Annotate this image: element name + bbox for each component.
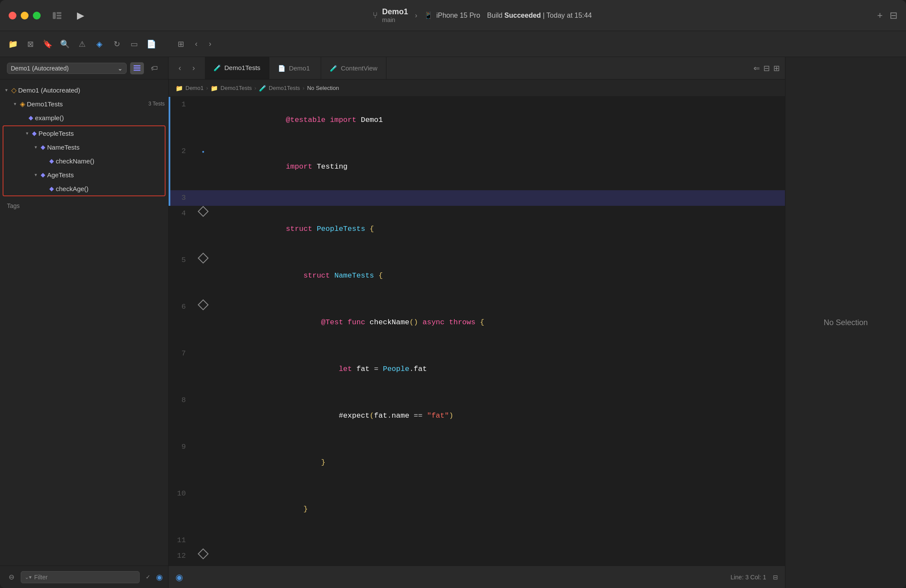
- bookmark-icon[interactable]: 🔖: [41, 38, 54, 50]
- sidebar-footer: ⊖ ⌄▾ Filter ✓ ◉: [0, 566, 168, 588]
- chevron-icon: ▾: [12, 101, 18, 107]
- sidebar-header: Demo1 (Autocreated) ⌄ 🏷: [0, 57, 168, 80]
- nav-forward-button[interactable]: ›: [188, 62, 200, 74]
- list-view-button[interactable]: [130, 62, 144, 74]
- breadcrumb-icon: 📁: [175, 85, 183, 92]
- code-line-3: 3: [169, 190, 785, 206]
- forward-icon[interactable]: ›: [204, 38, 216, 50]
- device-info[interactable]: 📱 iPhone 15 Pro: [424, 11, 480, 19]
- no-selection-label: No Selection: [823, 318, 868, 327]
- layout-icon[interactable]: ⊟: [890, 10, 897, 21]
- line-body: [212, 533, 785, 548]
- chevron-icon: ▾: [33, 172, 39, 178]
- line-gutter: [195, 97, 212, 144]
- tree-item-peopletests[interactable]: ▾ ◆ PeopleTests: [3, 126, 165, 140]
- doc-icon[interactable]: 📄: [145, 38, 157, 50]
- tab-demo1[interactable]: 📄 Demo1: [269, 57, 321, 79]
- line-gutter: [195, 533, 212, 548]
- code-line-8: 8 #expect(fat.name == "fat"): [169, 393, 785, 439]
- search-icon[interactable]: 🔍: [59, 38, 71, 50]
- tab-demo1tests[interactable]: 🧪 Demo1Tests: [205, 57, 269, 79]
- tree-label: Demo1 (Autocreated): [18, 86, 165, 94]
- scheme-branch: main: [382, 16, 408, 23]
- tag-button[interactable]: 🏷: [147, 62, 161, 74]
- line-body: @testable import Demo1: [212, 97, 785, 144]
- add-icon[interactable]: +: [877, 10, 883, 21]
- build-status: Build Succeeded | Today at 15:44: [487, 12, 592, 19]
- split-left-icon[interactable]: ⇐: [753, 64, 760, 73]
- line-body: @Test func checkName() async throws {: [212, 299, 785, 346]
- back-icon[interactable]: ‹: [190, 38, 202, 50]
- line-number: 8: [169, 393, 195, 439]
- chevron-icon: ▾: [33, 144, 39, 150]
- line-gutter: [195, 486, 212, 533]
- editor: ‹ › 🧪 Demo1Tests 📄 Demo1 🧪 ContentView: [169, 57, 785, 588]
- code-line-11: 11: [169, 533, 785, 548]
- x-square-icon[interactable]: ⊠: [24, 38, 36, 50]
- code-table: 1 @testable import Demo1 2: [169, 97, 785, 566]
- titlebar: ▶ ⑂ Demo1 main › 📱 iPhone 15 Pro Build S…: [0, 0, 906, 31]
- line-number: 5: [169, 252, 195, 299]
- tab-label: Demo1Tests: [224, 64, 260, 71]
- editor-layout-icon[interactable]: ⊟: [763, 64, 770, 73]
- sidebar-collapse-button[interactable]: ⊖: [5, 571, 17, 583]
- zoom-button[interactable]: [33, 12, 41, 19]
- line-body: struct AgeTests {: [212, 548, 785, 566]
- inspector-icon[interactable]: ⊞: [773, 64, 780, 73]
- filter-confirm-button[interactable]: ✓: [143, 572, 153, 582]
- tree-item-agetests[interactable]: ▾ ◆ AgeTests: [3, 168, 165, 182]
- tree-item-checkname[interactable]: ◆ checkName(): [3, 154, 165, 168]
- close-button[interactable]: [9, 12, 16, 19]
- separator-1: ›: [415, 12, 417, 19]
- peopletests-icon: ◆: [32, 130, 37, 137]
- tree-label: PeopleTests: [38, 130, 161, 137]
- code-line-10: 10 }: [169, 486, 785, 533]
- file-tree: ▾ ◇ Demo1 (Autocreated) ▾ ◈ Demo1Tests 3…: [0, 80, 168, 566]
- diamond-active-icon[interactable]: ◈: [93, 38, 105, 50]
- device-name: iPhone 15 Pro: [436, 12, 480, 19]
- code-area[interactable]: 1 @testable import Demo1 2: [169, 97, 785, 566]
- line-body: struct NameTests {: [212, 252, 785, 299]
- tree-item-nametests[interactable]: ▾ ◆ NameTests: [3, 140, 165, 154]
- breadcrumb-demo1[interactable]: Demo1: [185, 85, 204, 91]
- line-gutter: [195, 206, 212, 252]
- tree-item-demo1tests[interactable]: ▾ ◈ Demo1Tests 3 Tests: [0, 97, 168, 111]
- tab-bar-right: ⇐ ⊟ ⊞: [748, 57, 785, 79]
- sidebar-toggle-button[interactable]: [49, 10, 65, 22]
- layout-expand-icon[interactable]: ⊟: [773, 574, 778, 581]
- tree-item-checkage[interactable]: ◆ checkAge(): [3, 182, 165, 195]
- filter-options-icon[interactable]: ◉: [156, 572, 163, 582]
- demo1tests-icon: ◈: [20, 100, 25, 108]
- tree-item-demo1[interactable]: ▾ ◇ Demo1 (Autocreated): [0, 83, 168, 97]
- main-window: ▶ ⑂ Demo1 main › 📱 iPhone 15 Pro Build S…: [0, 0, 906, 588]
- line-body: struct PeopleTests {: [212, 206, 785, 252]
- test-count-badge: 3 Tests: [148, 101, 165, 107]
- line-number: 9: [169, 439, 195, 486]
- sidebar: Demo1 (Autocreated) ⌄ 🏷 ▾ ◇: [0, 57, 169, 588]
- traffic-lights: [9, 12, 41, 19]
- tree-label: example(): [35, 114, 165, 121]
- breadcrumb-demo1tests-folder[interactable]: Demo1Tests: [220, 85, 252, 91]
- inspector-panel: No Selection: [785, 57, 906, 588]
- run-button[interactable]: ▶: [73, 9, 87, 22]
- tree-label: Demo1Tests: [27, 100, 145, 108]
- scope-selector[interactable]: Demo1 (Autocreated) ⌄: [7, 63, 127, 74]
- line-number: 12: [169, 548, 195, 566]
- main-content: Demo1 (Autocreated) ⌄ 🏷 ▾ ◇: [0, 57, 906, 588]
- tab-contentview[interactable]: 🧪 ContentView: [321, 57, 386, 79]
- tab-icon: 📄: [278, 65, 285, 72]
- filter-label: Filter: [34, 574, 136, 581]
- nav-back-button[interactable]: ‹: [174, 62, 186, 74]
- code-line-2: 2 ● import Testing: [169, 144, 785, 190]
- folder-icon[interactable]: 📁: [7, 38, 19, 50]
- grid-icon[interactable]: ⊞: [175, 38, 187, 50]
- rect-icon[interactable]: ▭: [128, 38, 140, 50]
- tab-label: ContentView: [341, 64, 377, 72]
- flow-icon[interactable]: ↻: [111, 38, 123, 50]
- tree-item-example[interactable]: ◆ example(): [0, 111, 168, 125]
- warning-icon[interactable]: ⚠: [76, 38, 88, 50]
- line-number: 6: [169, 299, 195, 346]
- breadcrumb-demo1tests-file[interactable]: Demo1Tests: [269, 85, 300, 91]
- svg-rect-0: [53, 12, 56, 19]
- minimize-button[interactable]: [21, 12, 29, 19]
